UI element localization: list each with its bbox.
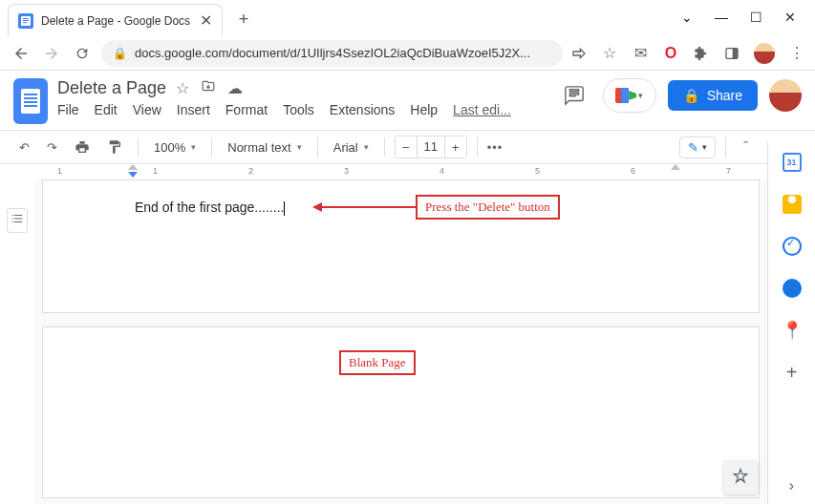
menu-insert[interactable]: Insert bbox=[177, 102, 210, 117]
outline-toggle-icon[interactable] bbox=[7, 208, 28, 233]
share-label: Share bbox=[707, 88, 742, 103]
meet-button[interactable]: ▾ bbox=[603, 78, 656, 113]
explore-button[interactable] bbox=[723, 460, 758, 494]
tab-close-icon[interactable]: ✕ bbox=[199, 14, 212, 28]
docs-logo-icon[interactable] bbox=[13, 78, 48, 124]
menu-help[interactable]: Help bbox=[410, 102, 438, 117]
annotation-blank-page: Blank Page bbox=[339, 350, 416, 375]
menu-view[interactable]: View bbox=[133, 102, 161, 117]
maps-icon[interactable]: 📍 bbox=[783, 321, 802, 340]
styles-dropdown[interactable]: Normal text bbox=[222, 136, 307, 158]
new-tab-button[interactable]: + bbox=[230, 6, 257, 32]
font-size-decrease[interactable]: − bbox=[396, 136, 417, 158]
page-2[interactable]: Blank Page bbox=[42, 326, 760, 498]
tab-title: Delete a Page - Google Docs bbox=[41, 14, 199, 28]
hide-sidepanel-icon[interactable]: › bbox=[789, 477, 794, 494]
mail-icon[interactable]: ✉ bbox=[632, 45, 649, 62]
get-addons-icon[interactable]: + bbox=[783, 363, 802, 382]
browser-tab[interactable]: Delete a Page - Google Docs ✕ bbox=[8, 4, 223, 36]
font-size-stepper: − 11 + bbox=[395, 136, 467, 158]
document-canvas[interactable]: End of the first page........ Press the … bbox=[34, 179, 767, 504]
last-edit-link[interactable]: Last edi... bbox=[453, 102, 511, 117]
redo-button[interactable]: ↷ bbox=[41, 136, 63, 158]
ruler-row: 1 1 2 3 4 5 6 7 bbox=[0, 164, 815, 179]
keep-icon[interactable] bbox=[783, 195, 802, 214]
caret-down-icon: ▾ bbox=[702, 142, 707, 152]
cloud-status-icon[interactable]: ☁ bbox=[227, 79, 243, 97]
url-text: docs.google.com/document/d/1UIljrs4SsezI… bbox=[135, 46, 530, 60]
menu-format[interactable]: Format bbox=[225, 102, 268, 117]
minimize-icon[interactable]: — bbox=[710, 10, 733, 25]
chevron-down-icon[interactable]: ⌄ bbox=[676, 10, 698, 25]
browser-titlebar: Delete a Page - Google Docs ✕ + ⌄ — ☐ ✕ bbox=[0, 0, 815, 36]
maximize-icon[interactable]: ☐ bbox=[744, 10, 767, 25]
svg-rect-1 bbox=[23, 18, 29, 19]
menu-edit[interactable]: Edit bbox=[95, 102, 118, 117]
annotation-delete-hint: Press the "Delete" button bbox=[416, 195, 560, 220]
page-1[interactable]: End of the first page........ Press the … bbox=[42, 179, 760, 313]
google-side-panel: 31 📍 + › bbox=[767, 141, 815, 504]
contacts-icon[interactable] bbox=[783, 279, 802, 298]
reload-button[interactable] bbox=[71, 42, 94, 65]
calendar-icon[interactable]: 31 bbox=[783, 153, 802, 172]
back-button[interactable] bbox=[10, 42, 32, 65]
comments-history-icon[interactable] bbox=[557, 78, 591, 113]
zoom-dropdown[interactable]: 100% bbox=[148, 136, 202, 158]
page-1-text[interactable]: End of the first page........ bbox=[135, 200, 285, 216]
docs-toolbar: ↶ ↷ 100% Normal text Arial − 11 + ••• ✎ … bbox=[0, 130, 815, 164]
font-dropdown[interactable]: Arial bbox=[328, 136, 375, 158]
caret-down-icon: ▾ bbox=[638, 91, 643, 100]
annotation-arrow bbox=[320, 206, 416, 208]
account-avatar[interactable] bbox=[769, 79, 802, 112]
font-size-value[interactable]: 11 bbox=[417, 136, 445, 158]
share-url-icon[interactable] bbox=[570, 45, 588, 62]
undo-button[interactable]: ↶ bbox=[13, 136, 35, 158]
docs-workspace: End of the first page........ Press the … bbox=[0, 179, 815, 504]
star-doc-icon[interactable]: ☆ bbox=[176, 79, 189, 97]
browser-menu-icon[interactable]: ⋮ bbox=[788, 45, 805, 62]
meet-icon bbox=[615, 88, 636, 103]
horizontal-ruler[interactable]: 1 1 2 3 4 5 6 7 bbox=[34, 164, 767, 179]
menu-file[interactable]: File bbox=[57, 102, 79, 117]
docs-header: Delete a Page ☆ ☁ File Edit View Insert … bbox=[0, 71, 815, 124]
panel-icon[interactable] bbox=[723, 45, 740, 62]
menu-extensions[interactable]: Extensions bbox=[330, 102, 395, 117]
text-cursor bbox=[284, 201, 285, 216]
browser-addressbar: 🔒 docs.google.com/document/d/1UIljrs4Sse… bbox=[0, 36, 815, 71]
lock-icon: 🔒 bbox=[113, 47, 127, 60]
share-button[interactable]: 🔒 Share bbox=[668, 80, 758, 111]
url-field[interactable]: 🔒 docs.google.com/document/d/1UIljrs4Sse… bbox=[101, 40, 563, 67]
forward-button[interactable] bbox=[40, 42, 63, 65]
move-doc-icon[interactable] bbox=[201, 79, 216, 97]
lock-share-icon: 🔒 bbox=[683, 88, 699, 103]
window-controls: ⌄ — ☐ ✕ bbox=[662, 0, 815, 34]
pencil-icon: ✎ bbox=[688, 140, 698, 155]
docs-menubar: File Edit View Insert Format Tools Exten… bbox=[57, 102, 547, 117]
tasks-icon[interactable] bbox=[783, 237, 802, 256]
svg-rect-2 bbox=[23, 20, 29, 21]
close-window-icon[interactable]: ✕ bbox=[779, 10, 802, 25]
toolbar-more-icon[interactable]: ••• bbox=[487, 140, 504, 155]
opera-icon[interactable]: O bbox=[662, 45, 679, 62]
profile-avatar-icon[interactable] bbox=[754, 43, 775, 64]
paint-format-button[interactable] bbox=[101, 136, 128, 158]
svg-rect-3 bbox=[23, 22, 27, 23]
star-icon[interactable]: ☆ bbox=[601, 45, 618, 62]
extensions-icon[interactable] bbox=[693, 45, 710, 62]
svg-rect-5 bbox=[733, 48, 738, 58]
editing-mode-button[interactable]: ✎ ▾ bbox=[679, 136, 716, 158]
menu-tools[interactable]: Tools bbox=[283, 102, 314, 117]
document-title[interactable]: Delete a Page bbox=[57, 78, 166, 98]
docs-favicon bbox=[18, 13, 33, 29]
font-size-increase[interactable]: + bbox=[445, 136, 466, 158]
print-button[interactable] bbox=[69, 136, 96, 158]
hide-menus-icon[interactable]: ˆ bbox=[743, 139, 748, 155]
